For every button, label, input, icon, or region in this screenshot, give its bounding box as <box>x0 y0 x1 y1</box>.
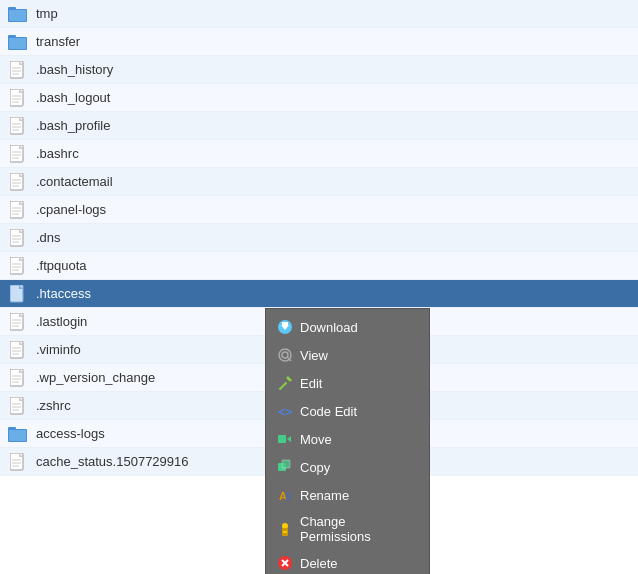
file-name: .bash_history <box>36 62 113 77</box>
code-edit-icon: <> <box>276 402 294 420</box>
menu-item-code-edit-label: Code Edit <box>300 404 357 419</box>
file-name: .htaccess <box>36 286 91 301</box>
file-row[interactable]: transfer <box>0 28 638 56</box>
file-row[interactable]: .bashrc <box>0 140 638 168</box>
menu-item-copy[interactable]: Copy <box>266 453 429 481</box>
file-name: access-logs <box>36 426 105 441</box>
file-name: .bashrc <box>36 146 79 161</box>
menu-item-delete[interactable]: Delete <box>266 549 429 574</box>
file-icon <box>8 396 28 416</box>
menu-item-download[interactable]: Download <box>266 313 429 341</box>
menu-item-delete-label: Delete <box>300 556 338 571</box>
menu-item-permissions-label: Change Permissions <box>300 514 419 544</box>
svg-rect-70 <box>9 430 26 441</box>
file-name: transfer <box>36 34 80 49</box>
file-icon <box>8 60 28 80</box>
menu-item-view-label: View <box>300 348 328 363</box>
file-row[interactable]: tmp <box>0 0 638 28</box>
file-row[interactable]: .cpanel-logs <box>0 196 638 224</box>
file-name: tmp <box>36 6 58 21</box>
svg-text:<>: <> <box>278 405 292 419</box>
permissions-icon <box>276 520 294 538</box>
svg-rect-2 <box>9 10 26 21</box>
menu-item-rename-label: Rename <box>300 488 349 503</box>
menu-item-edit[interactable]: Edit <box>266 369 429 397</box>
context-menu: DownloadViewEdit<>Code EditMoveCopyABRen… <box>265 308 430 574</box>
file-name: .zshrc <box>36 398 71 413</box>
delete-icon <box>276 554 294 572</box>
file-name: .wp_version_change <box>36 370 155 385</box>
svg-text:B: B <box>285 492 290 502</box>
svg-marker-83 <box>286 376 292 382</box>
file-icon <box>8 256 28 276</box>
svg-rect-78 <box>282 322 288 326</box>
move-icon <box>276 430 294 448</box>
file-name: .cpanel-logs <box>36 202 106 217</box>
svg-rect-94 <box>283 531 287 533</box>
menu-item-view[interactable]: View <box>266 341 429 369</box>
folder-icon <box>8 424 28 444</box>
file-icon <box>8 340 28 360</box>
menu-item-copy-label: Copy <box>300 460 330 475</box>
folder-icon <box>8 4 28 24</box>
copy-icon <box>276 458 294 476</box>
menu-item-code-edit[interactable]: <>Code Edit <box>266 397 429 425</box>
file-icon <box>8 116 28 136</box>
file-name: .bash_profile <box>36 118 110 133</box>
file-row[interactable]: .bash_logout <box>0 84 638 112</box>
file-row[interactable]: .htaccess <box>0 280 638 308</box>
file-icon <box>8 368 28 388</box>
svg-rect-5 <box>9 38 26 49</box>
svg-marker-87 <box>287 436 291 442</box>
folder-icon <box>8 32 28 52</box>
file-icon <box>8 172 28 192</box>
file-row[interactable]: .dns <box>0 224 638 252</box>
file-row[interactable]: .ftpquota <box>0 252 638 280</box>
menu-item-rename[interactable]: ABRename <box>266 481 429 509</box>
menu-item-permissions[interactable]: Change Permissions <box>266 509 429 549</box>
file-name: .ftpquota <box>36 258 87 273</box>
svg-rect-89 <box>282 460 290 468</box>
file-icon <box>8 200 28 220</box>
file-name: cache_status.1507729916 <box>36 454 189 469</box>
file-icon <box>8 312 28 332</box>
file-icon-selected <box>8 284 28 304</box>
svg-rect-86 <box>278 435 286 443</box>
menu-item-move-label: Move <box>300 432 332 447</box>
svg-rect-82 <box>279 382 287 390</box>
view-icon <box>276 346 294 364</box>
edit-icon <box>276 374 294 392</box>
file-row[interactable]: .bash_profile <box>0 112 638 140</box>
file-name: .bash_logout <box>36 90 110 105</box>
rename-icon: AB <box>276 486 294 504</box>
file-name: .contactemail <box>36 174 113 189</box>
download-icon <box>276 318 294 336</box>
file-name: .viminfo <box>36 342 81 357</box>
file-name: .lastlogin <box>36 314 87 329</box>
file-row[interactable]: .bash_history <box>0 56 638 84</box>
menu-item-download-label: Download <box>300 320 358 335</box>
file-icon <box>8 88 28 108</box>
file-icon <box>8 228 28 248</box>
svg-point-80 <box>282 352 288 358</box>
file-icon <box>8 452 28 472</box>
menu-item-move[interactable]: Move <box>266 425 429 453</box>
file-row[interactable]: .contactemail <box>0 168 638 196</box>
menu-item-edit-label: Edit <box>300 376 322 391</box>
file-icon <box>8 144 28 164</box>
file-name: .dns <box>36 230 61 245</box>
